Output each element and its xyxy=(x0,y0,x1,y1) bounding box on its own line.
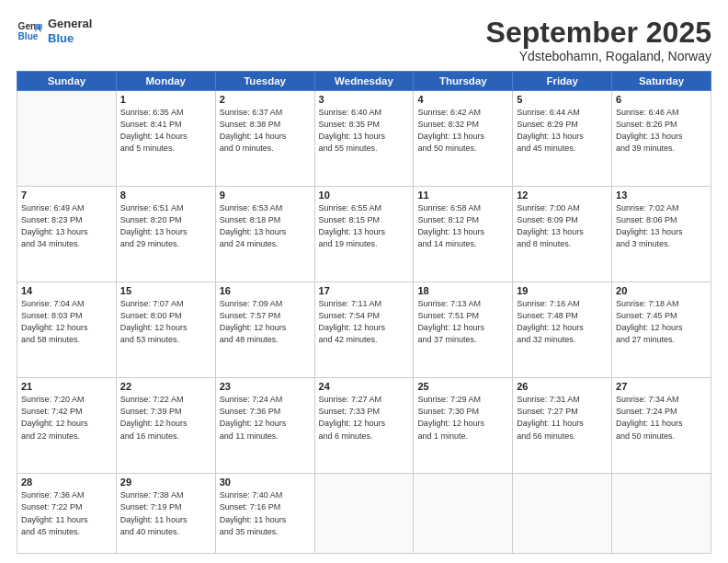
calendar-cell: 24Sunrise: 7:27 AM Sunset: 7:33 PM Dayli… xyxy=(314,378,414,474)
day-info: Sunrise: 7:34 AM Sunset: 7:24 PM Dayligh… xyxy=(616,394,707,442)
calendar-cell: 1Sunrise: 6:35 AM Sunset: 8:41 PM Daylig… xyxy=(116,91,215,187)
calendar-cell: 3Sunrise: 6:40 AM Sunset: 8:35 PM Daylig… xyxy=(314,91,414,187)
day-number: 5 xyxy=(517,94,608,105)
day-info: Sunrise: 6:44 AM Sunset: 8:29 PM Dayligh… xyxy=(517,107,608,155)
day-number: 3 xyxy=(319,94,410,105)
day-info: Sunrise: 7:16 AM Sunset: 7:48 PM Dayligh… xyxy=(517,298,608,346)
day-info: Sunrise: 7:40 AM Sunset: 7:16 PM Dayligh… xyxy=(220,489,311,537)
calendar-cell: 19Sunrise: 7:16 AM Sunset: 7:48 PM Dayli… xyxy=(513,282,612,378)
weekday-header-friday: Friday xyxy=(513,72,612,91)
calendar-cell: 30Sunrise: 7:40 AM Sunset: 7:16 PM Dayli… xyxy=(215,474,314,554)
weekday-header-wednesday: Wednesday xyxy=(314,72,414,91)
calendar-cell: 25Sunrise: 7:29 AM Sunset: 7:30 PM Dayli… xyxy=(414,378,513,474)
calendar-cell: 26Sunrise: 7:31 AM Sunset: 7:27 PM Dayli… xyxy=(513,378,612,474)
calendar-cell xyxy=(314,474,414,554)
day-info: Sunrise: 7:13 AM Sunset: 7:51 PM Dayligh… xyxy=(417,298,508,346)
calendar-cell: 22Sunrise: 7:22 AM Sunset: 7:39 PM Dayli… xyxy=(116,378,215,474)
calendar-cell: 10Sunrise: 6:55 AM Sunset: 8:15 PM Dayli… xyxy=(314,187,414,282)
calendar-cell: 14Sunrise: 7:04 AM Sunset: 8:03 PM Dayli… xyxy=(17,282,117,378)
weekday-header-thursday: Thursday xyxy=(414,72,513,91)
calendar-cell xyxy=(612,474,711,554)
day-number: 2 xyxy=(220,94,311,105)
weekday-header-row: SundayMondayTuesdayWednesdayThursdayFrid… xyxy=(17,72,711,91)
day-number: 30 xyxy=(220,477,311,488)
calendar-week-1: 1Sunrise: 6:35 AM Sunset: 8:41 PM Daylig… xyxy=(17,91,711,187)
day-number: 17 xyxy=(319,285,410,296)
logo-text-general: General xyxy=(48,17,92,31)
day-number: 12 xyxy=(517,190,608,201)
day-number: 14 xyxy=(21,285,112,296)
day-number: 19 xyxy=(517,285,608,296)
calendar-week-4: 21Sunrise: 7:20 AM Sunset: 7:42 PM Dayli… xyxy=(17,378,711,474)
calendar-cell: 28Sunrise: 7:36 AM Sunset: 7:22 PM Dayli… xyxy=(17,474,117,554)
calendar-cell xyxy=(414,474,513,554)
day-info: Sunrise: 7:00 AM Sunset: 8:09 PM Dayligh… xyxy=(517,202,608,250)
day-number: 23 xyxy=(220,381,311,392)
calendar-week-2: 7Sunrise: 6:49 AM Sunset: 8:23 PM Daylig… xyxy=(17,187,711,282)
subtitle: Ydstebohamn, Rogaland, Norway xyxy=(486,49,711,63)
day-number: 16 xyxy=(220,285,311,296)
day-number: 21 xyxy=(21,381,112,392)
month-title: September 2025 xyxy=(486,17,711,49)
calendar-cell: 15Sunrise: 7:07 AM Sunset: 8:00 PM Dayli… xyxy=(116,282,215,378)
day-info: Sunrise: 6:58 AM Sunset: 8:12 PM Dayligh… xyxy=(417,202,508,250)
day-number: 1 xyxy=(120,94,211,105)
day-number: 10 xyxy=(319,190,410,201)
day-number: 20 xyxy=(616,285,707,296)
calendar-cell: 7Sunrise: 6:49 AM Sunset: 8:23 PM Daylig… xyxy=(17,187,117,282)
day-info: Sunrise: 7:22 AM Sunset: 7:39 PM Dayligh… xyxy=(120,394,211,442)
day-info: Sunrise: 6:53 AM Sunset: 8:18 PM Dayligh… xyxy=(220,202,311,250)
calendar-cell: 20Sunrise: 7:18 AM Sunset: 7:45 PM Dayli… xyxy=(612,282,711,378)
day-info: Sunrise: 6:35 AM Sunset: 8:41 PM Dayligh… xyxy=(120,107,211,155)
calendar-cell: 5Sunrise: 6:44 AM Sunset: 8:29 PM Daylig… xyxy=(513,91,612,187)
day-number: 4 xyxy=(417,94,508,105)
day-info: Sunrise: 6:37 AM Sunset: 8:38 PM Dayligh… xyxy=(220,107,311,155)
title-block: September 2025 Ydstebohamn, Rogaland, No… xyxy=(486,17,711,63)
calendar-cell xyxy=(513,474,612,554)
calendar-table: SundayMondayTuesdayWednesdayThursdayFrid… xyxy=(17,71,711,554)
svg-text:Blue: Blue xyxy=(18,30,39,40)
day-info: Sunrise: 6:51 AM Sunset: 8:20 PM Dayligh… xyxy=(120,202,211,250)
day-info: Sunrise: 7:27 AM Sunset: 7:33 PM Dayligh… xyxy=(319,394,410,442)
calendar-cell: 16Sunrise: 7:09 AM Sunset: 7:57 PM Dayli… xyxy=(215,282,314,378)
day-number: 26 xyxy=(517,381,608,392)
day-number: 22 xyxy=(120,381,211,392)
weekday-header-tuesday: Tuesday xyxy=(215,72,314,91)
day-info: Sunrise: 7:07 AM Sunset: 8:00 PM Dayligh… xyxy=(120,298,211,346)
calendar-cell: 4Sunrise: 6:42 AM Sunset: 8:32 PM Daylig… xyxy=(414,91,513,187)
day-number: 29 xyxy=(120,477,211,488)
day-info: Sunrise: 7:02 AM Sunset: 8:06 PM Dayligh… xyxy=(616,202,707,250)
day-info: Sunrise: 7:20 AM Sunset: 7:42 PM Dayligh… xyxy=(21,394,112,442)
day-number: 9 xyxy=(220,190,311,201)
calendar-cell: 12Sunrise: 7:00 AM Sunset: 8:09 PM Dayli… xyxy=(513,187,612,282)
day-info: Sunrise: 6:46 AM Sunset: 8:26 PM Dayligh… xyxy=(616,107,707,155)
logo-text-blue: Blue xyxy=(48,31,92,46)
day-info: Sunrise: 6:40 AM Sunset: 8:35 PM Dayligh… xyxy=(319,107,410,155)
day-info: Sunrise: 6:49 AM Sunset: 8:23 PM Dayligh… xyxy=(21,202,112,250)
weekday-header-saturday: Saturday xyxy=(612,72,711,91)
page: General Blue General Blue September 2025… xyxy=(0,0,728,563)
calendar-cell: 2Sunrise: 6:37 AM Sunset: 8:38 PM Daylig… xyxy=(215,91,314,187)
day-info: Sunrise: 7:18 AM Sunset: 7:45 PM Dayligh… xyxy=(616,298,707,346)
day-info: Sunrise: 7:29 AM Sunset: 7:30 PM Dayligh… xyxy=(417,394,508,442)
calendar-cell: 6Sunrise: 6:46 AM Sunset: 8:26 PM Daylig… xyxy=(612,91,711,187)
calendar-cell: 18Sunrise: 7:13 AM Sunset: 7:51 PM Dayli… xyxy=(414,282,513,378)
day-number: 28 xyxy=(21,477,112,488)
calendar-cell: 23Sunrise: 7:24 AM Sunset: 7:36 PM Dayli… xyxy=(215,378,314,474)
day-number: 15 xyxy=(120,285,211,296)
header: General Blue General Blue September 2025… xyxy=(17,17,711,63)
day-info: Sunrise: 7:31 AM Sunset: 7:27 PM Dayligh… xyxy=(517,394,608,442)
calendar-cell: 13Sunrise: 7:02 AM Sunset: 8:06 PM Dayli… xyxy=(612,187,711,282)
logo: General Blue General Blue xyxy=(17,17,92,45)
day-number: 18 xyxy=(417,285,508,296)
calendar-cell: 29Sunrise: 7:38 AM Sunset: 7:19 PM Dayli… xyxy=(116,474,215,554)
day-info: Sunrise: 7:04 AM Sunset: 8:03 PM Dayligh… xyxy=(21,298,112,346)
day-info: Sunrise: 6:55 AM Sunset: 8:15 PM Dayligh… xyxy=(319,202,410,250)
day-number: 25 xyxy=(417,381,508,392)
day-number: 6 xyxy=(616,94,707,105)
day-info: Sunrise: 7:11 AM Sunset: 7:54 PM Dayligh… xyxy=(319,298,410,346)
calendar-cell: 11Sunrise: 6:58 AM Sunset: 8:12 PM Dayli… xyxy=(414,187,513,282)
calendar-cell: 21Sunrise: 7:20 AM Sunset: 7:42 PM Dayli… xyxy=(17,378,117,474)
logo-icon: General Blue xyxy=(17,18,42,44)
calendar-cell: 27Sunrise: 7:34 AM Sunset: 7:24 PM Dayli… xyxy=(612,378,711,474)
